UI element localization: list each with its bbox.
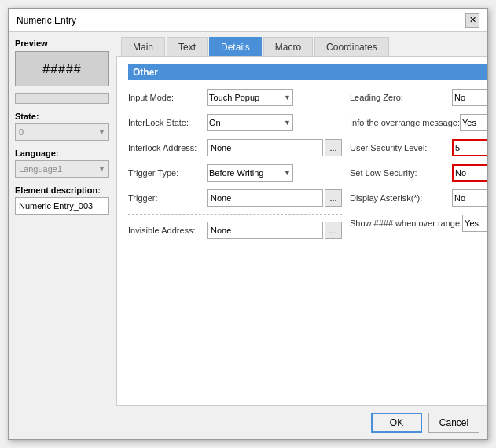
tab-coordinates[interactable]: Coordinates bbox=[314, 37, 389, 56]
tabs-bar: Main Text Details Macro Coordinates bbox=[116, 32, 487, 57]
form-grid: Input Mode: Touch Popup ▼ InterLock Stat… bbox=[128, 88, 487, 246]
preview-display: ##### bbox=[15, 51, 109, 86]
overrange-row: Info the overrange message: Yes ▼ bbox=[350, 113, 487, 132]
leading-zero-row: Leading Zero: No ▼ bbox=[350, 88, 487, 107]
input-mode-select[interactable]: Touch Popup ▼ bbox=[207, 89, 293, 106]
element-desc-label: Element description: bbox=[15, 185, 109, 195]
invisible-address-row: Invisible Address: ... bbox=[128, 221, 342, 240]
trigger-type-select[interactable]: Before Writing ▼ bbox=[207, 164, 293, 182]
trigger-row: Trigger: ... bbox=[128, 189, 342, 207]
invisible-address-group: ... bbox=[207, 222, 342, 239]
set-low-security-label: Set Low Security: bbox=[350, 168, 452, 178]
other-header: Other bbox=[128, 64, 487, 80]
state-label: State: bbox=[15, 112, 109, 121]
display-asterisk-label: Display Asterisk(*): bbox=[350, 193, 452, 203]
set-low-security-arrow: ▼ bbox=[485, 169, 487, 177]
input-mode-row: Input Mode: Touch Popup ▼ bbox=[128, 88, 342, 107]
language-label: Language: bbox=[15, 149, 109, 158]
element-desc-section: Element description: bbox=[15, 185, 109, 215]
tab-macro[interactable]: Macro bbox=[263, 37, 313, 56]
invisible-address-input[interactable] bbox=[207, 222, 323, 239]
input-mode-label: Input Mode: bbox=[128, 93, 207, 102]
overrange-label: Info the overrange message: bbox=[350, 118, 460, 127]
user-security-row: User Security Level: 5 ▼ bbox=[350, 138, 487, 157]
interlock-state-row: InterLock State: On ▼ bbox=[128, 113, 342, 132]
interlock-address-row: Interlock Address: ... bbox=[128, 138, 342, 157]
dialog-footer: OK Cancel bbox=[9, 406, 487, 439]
leading-zero-arrow: ▼ bbox=[486, 94, 487, 101]
form-left-col: Input Mode: Touch Popup ▼ InterLock Stat… bbox=[128, 88, 350, 246]
show-hash-label: Show #### when over range: bbox=[350, 218, 462, 228]
trigger-type-arrow: ▼ bbox=[284, 169, 291, 177]
tab-content-details: Other Input Mode: Touch Popup ▼ bbox=[116, 57, 487, 406]
display-asterisk-arrow: ▼ bbox=[486, 194, 487, 202]
input-mode-arrow: ▼ bbox=[284, 94, 291, 101]
invisible-address-btn[interactable]: ... bbox=[325, 222, 342, 239]
cancel-button[interactable]: Cancel bbox=[428, 413, 479, 433]
preview-scrollbar[interactable] bbox=[15, 93, 109, 104]
interlock-state-label: InterLock State: bbox=[128, 118, 207, 127]
preview-label: Preview bbox=[15, 39, 109, 48]
form-right-col: Leading Zero: No ▼ Info the overrange me… bbox=[350, 88, 487, 246]
leading-zero-label: Leading Zero: bbox=[350, 93, 452, 102]
dialog-title: Numeric Entry bbox=[17, 15, 76, 26]
close-button[interactable]: ✕ bbox=[465, 13, 479, 28]
user-security-label: User Security Level: bbox=[350, 143, 452, 152]
title-bar: Numeric Entry ✕ bbox=[9, 9, 487, 32]
language-section: Language: Language1 ▼ bbox=[15, 149, 109, 178]
interlock-state-arrow: ▼ bbox=[284, 119, 291, 127]
state-section: State: 0 ▼ bbox=[15, 112, 109, 141]
trigger-type-row: Trigger Type: Before Writing ▼ bbox=[128, 163, 342, 182]
trigger-group: ... bbox=[207, 189, 342, 207]
show-hash-row: Show #### when over range: Yes ▼ bbox=[350, 214, 487, 233]
tab-text[interactable]: Text bbox=[167, 37, 208, 56]
trigger-type-label: Trigger Type: bbox=[128, 168, 207, 178]
display-asterisk-row: Display Asterisk(*): No ▼ bbox=[350, 189, 487, 207]
right-panel: Main Text Details Macro Coordinates Othe… bbox=[116, 32, 487, 406]
divider bbox=[128, 214, 342, 215]
state-dropdown-arrow: ▼ bbox=[98, 128, 105, 136]
tab-details[interactable]: Details bbox=[209, 37, 262, 56]
interlock-address-btn[interactable]: ... bbox=[325, 139, 342, 156]
display-asterisk-select[interactable]: No ▼ bbox=[452, 189, 487, 207]
trigger-label: Trigger: bbox=[128, 193, 207, 203]
preview-area: Preview ##### bbox=[15, 39, 109, 104]
interlock-address-label: Interlock Address: bbox=[128, 143, 207, 152]
leading-zero-select[interactable]: No ▼ bbox=[452, 89, 487, 106]
invisible-address-label: Invisible Address: bbox=[128, 226, 207, 235]
language-dropdown[interactable]: Language1 ▼ bbox=[15, 160, 109, 178]
dialog-window: Numeric Entry ✕ Preview ##### State: 0 ▼… bbox=[8, 8, 488, 440]
interlock-address-input[interactable] bbox=[207, 139, 323, 156]
element-desc-input[interactable] bbox=[15, 197, 109, 215]
set-low-security-row: Set Low Security: No ▼ bbox=[350, 163, 487, 182]
trigger-input[interactable] bbox=[207, 189, 323, 207]
trigger-btn[interactable]: ... bbox=[325, 189, 342, 207]
dialog-body: Preview ##### State: 0 ▼ Language: Langu… bbox=[9, 32, 487, 406]
overrange-select[interactable]: Yes ▼ bbox=[460, 114, 487, 131]
language-dropdown-arrow: ▼ bbox=[98, 165, 105, 173]
user-security-arrow: ▼ bbox=[485, 144, 487, 152]
tab-main[interactable]: Main bbox=[121, 37, 165, 56]
show-hash-select[interactable]: Yes ▼ bbox=[462, 215, 487, 232]
interlock-state-select[interactable]: On ▼ bbox=[207, 114, 293, 131]
set-low-security-select[interactable]: No ▼ bbox=[452, 164, 487, 182]
state-dropdown[interactable]: 0 ▼ bbox=[15, 123, 109, 141]
user-security-select[interactable]: 5 ▼ bbox=[452, 139, 487, 156]
ok-button[interactable]: OK bbox=[371, 413, 422, 433]
left-panel: Preview ##### State: 0 ▼ Language: Langu… bbox=[9, 32, 116, 406]
interlock-address-group: ... bbox=[207, 139, 342, 156]
